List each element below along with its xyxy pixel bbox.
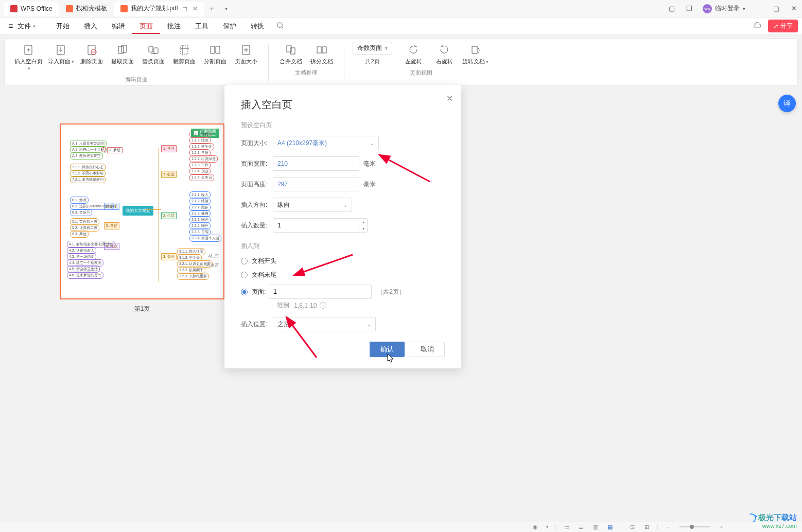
section-insert-to: 插入到: [241, 242, 445, 251]
menu-convert[interactable]: 转换: [243, 19, 271, 34]
ribbon-insert-blank-page[interactable]: 插入空白页▾: [13, 42, 44, 74]
radio-doc-begin[interactable]: 文档开头: [241, 257, 445, 265]
page-filter-select[interactable]: 奇数页面 ▾: [353, 42, 392, 55]
rotate-right-icon: [438, 44, 450, 56]
menu-insert[interactable]: 插入: [77, 19, 104, 34]
radio-label: 文档开头: [252, 257, 276, 265]
cloud-icon[interactable]: [753, 22, 762, 30]
status-bar: ◉ ▾ ▭ ☰ ▥ ▦ ⊡ ⊞ − +: [0, 522, 802, 532]
ribbon-split-doc[interactable]: 拆分文档: [308, 42, 336, 67]
menu-protect[interactable]: 保护: [216, 19, 243, 34]
info-icon[interactable]: i: [320, 302, 326, 309]
share-button[interactable]: ↗ 分享: [768, 20, 798, 32]
ribbon-rotate-doc[interactable]: 旋转文档▾: [461, 42, 489, 67]
ribbon-extract-page[interactable]: 提取页面: [109, 42, 136, 74]
view-single-icon[interactable]: ▭: [563, 523, 570, 530]
view-continuous-icon[interactable]: ☰: [578, 523, 585, 530]
tab-label: 找稻壳模板: [76, 4, 107, 13]
add-tab-button[interactable]: ＋: [205, 2, 219, 16]
svg-rect-15: [216, 46, 220, 54]
mindmap-leaf: 2.3.4. 穷游个人游: [189, 235, 221, 242]
maximize-icon[interactable]: ▢: [772, 5, 780, 13]
ribbon-rotate-left[interactable]: 左旋转: [399, 42, 427, 67]
layout-icon[interactable]: ▢: [668, 5, 676, 13]
spinner-up-icon[interactable]: ▴: [359, 219, 367, 225]
dialog-title: 插入空白页: [241, 98, 445, 112]
view-double-icon[interactable]: ▥: [592, 523, 599, 530]
page-thumbnail[interactable]: 亿图脑图 MindMaster 我的大学规划 1. 学习 7. 心态 2. 生活…: [60, 123, 224, 299]
chevron-down-icon: ▾: [33, 24, 36, 29]
tab-duplicate-icon[interactable]: ◻: [182, 5, 187, 12]
dialog-close-icon[interactable]: ✕: [446, 94, 453, 103]
ribbon-crop-page[interactable]: 裁剪页面: [170, 42, 198, 74]
ribbon-page-size[interactable]: 页面大小: [232, 42, 260, 74]
ribbon-rotate-right[interactable]: 右旋转: [430, 42, 458, 67]
mindmap-leaf: 1.2.5. 公务员: [189, 174, 214, 181]
page-height-input[interactable]: [273, 177, 359, 191]
menu-annotate[interactable]: 批注: [160, 19, 188, 34]
zoom-in-icon[interactable]: +: [718, 523, 725, 530]
ribbon-group-edit-page: 插入空白页▾ 导入页面▾ 删除页面 提取页面 替换页面 裁剪页面: [10, 42, 263, 83]
menu-page[interactable]: 页面: [132, 19, 160, 34]
fit-width-icon[interactable]: ⊡: [629, 523, 636, 530]
menu-edit[interactable]: 编辑: [104, 19, 132, 34]
search-icon[interactable]: [276, 22, 284, 31]
svg-rect-12: [154, 48, 158, 54]
chevron-down-icon: ▾: [385, 45, 388, 51]
radio-doc-end[interactable]: 文档末尾: [241, 271, 445, 279]
page-size-select[interactable]: A4 (210x297毫米) ⌄: [273, 136, 379, 150]
replace-page-icon: [147, 44, 160, 56]
ribbon-group-label: 文档处理: [295, 69, 318, 77]
tab-wps-office[interactable]: WPS Office: [4, 2, 59, 16]
eye-icon[interactable]: ◉: [532, 523, 539, 530]
tab-docer-templates[interactable]: 找稻壳模板: [60, 2, 113, 16]
zoom-slider[interactable]: [679, 526, 710, 527]
mindmap-branch: 1. 学习: [161, 145, 177, 152]
fit-page-icon[interactable]: ⊞: [643, 523, 650, 530]
close-icon[interactable]: ✕: [790, 5, 798, 13]
menu-start[interactable]: 开始: [49, 19, 77, 34]
ribbon-group-label: 编辑页面: [125, 76, 148, 83]
ribbon-group-page-view: 奇数页面 ▾ 共2页 左旋转 右旋转 旋转文档▾ 页面视图: [350, 42, 492, 83]
confirm-button[interactable]: 确认: [370, 342, 405, 357]
ribbon-divider: [268, 44, 269, 81]
page-height-label: 页面高度:: [241, 180, 273, 189]
ribbon-divider: [344, 44, 344, 81]
menu-tools[interactable]: 工具: [188, 19, 216, 34]
mindmap-branch: 5. 考证: [104, 222, 119, 229]
ribbon-replace-page[interactable]: 替换页面: [140, 42, 167, 74]
ribbon-delete-page[interactable]: 删除页面: [78, 42, 106, 74]
radio-page[interactable]: 页面: （共2页）: [241, 285, 445, 299]
tab-document[interactable]: 我的大学规划.pdf ◻ ✕: [114, 2, 204, 16]
zoom-out-icon[interactable]: −: [665, 523, 672, 530]
translate-float-button[interactable]: 译: [778, 95, 796, 112]
cancel-button[interactable]: 取消: [410, 342, 445, 357]
page-width-input[interactable]: [273, 156, 359, 171]
avatar-icon: wp: [703, 4, 712, 13]
view-grid-icon[interactable]: ▦: [606, 523, 614, 530]
extract-page-icon: [116, 44, 129, 56]
insert-position-select[interactable]: 之后 ⌄: [273, 317, 376, 331]
orientation-select[interactable]: 纵向 ⌄: [273, 198, 352, 212]
insert-count-input[interactable]: [273, 222, 359, 229]
page-filter-label: 奇数页面: [357, 44, 382, 52]
tab-more-icon[interactable]: ▾: [219, 2, 234, 16]
signature: 林_三: [208, 253, 218, 259]
spinner-down-icon[interactable]: ▾: [359, 225, 367, 232]
ribbon-import-page[interactable]: 导入页面▾: [47, 42, 75, 74]
page-preview[interactable]: 亿图脑图 MindMaster 我的大学规划 1. 学习 7. 心态 2. 生活…: [60, 123, 224, 313]
file-menu[interactable]: 文件 ▾: [4, 20, 40, 33]
chevron-down-icon[interactable]: ▾: [546, 525, 548, 529]
file-label: 文件: [18, 22, 31, 31]
login-button[interactable]: wp 临时登录 ▾: [703, 4, 745, 13]
chevron-down-icon: ⌄: [367, 322, 371, 327]
ribbon-merge-doc[interactable]: 合并文档: [277, 42, 305, 67]
insert-count-spinner[interactable]: ▴ ▾: [273, 218, 368, 233]
cube-icon[interactable]: ❒: [685, 5, 693, 13]
page-number-input[interactable]: [269, 285, 372, 299]
minimize-icon[interactable]: —: [755, 5, 763, 13]
tab-close-icon[interactable]: ✕: [193, 5, 198, 12]
svg-point-0: [277, 22, 282, 27]
watermark-url: www.xz7.com: [747, 523, 797, 529]
ribbon-split-page[interactable]: 分割页面: [201, 42, 229, 74]
